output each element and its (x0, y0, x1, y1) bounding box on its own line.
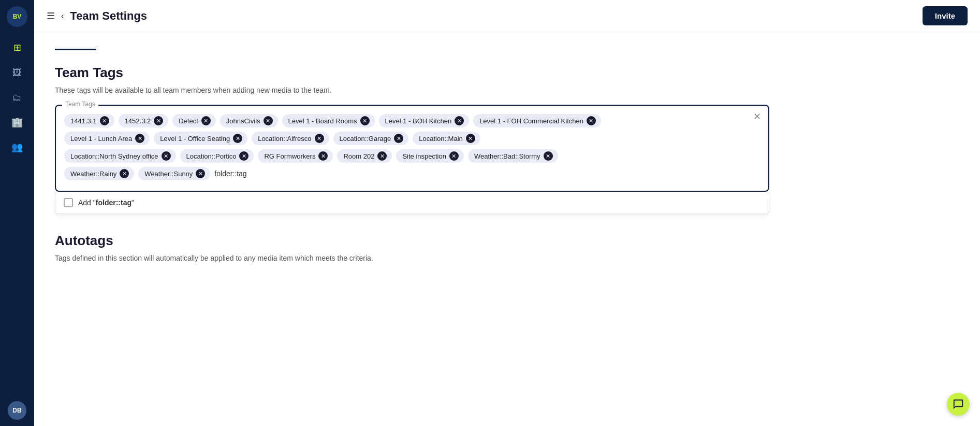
tag-remove-officeseating[interactable]: ✕ (233, 134, 242, 143)
tag-room202: Room 202 ✕ (337, 149, 392, 163)
tag-fohkitchen: Level 1 - FOH Commercial Kitchen ✕ (473, 114, 601, 127)
tags-row-2: Level 1 - Lunch Area ✕ Level 1 - Office … (64, 132, 760, 145)
title-underline (55, 49, 96, 50)
tag-northsydney: Location::North Sydney office ✕ (64, 149, 176, 163)
tag-label: Level 1 - Board Rooms (288, 117, 357, 125)
suggestion-tag-name: folder::tag (96, 198, 131, 207)
tag-input[interactable] (214, 167, 305, 180)
tags-row-1: 1441.3.1 ✕ 1452.3.2 ✕ Defect ✕ JohnsCivi… (64, 114, 760, 127)
autotags-title: Autotags (55, 233, 959, 249)
tag-label: RG Formworkers (264, 152, 315, 160)
tag-siteinspection: Site inspection ✕ (396, 149, 464, 163)
tag-weathersunny: Weather::Sunny ✕ (138, 167, 210, 180)
tag-remove-northsydney[interactable]: ✕ (162, 151, 171, 161)
tag-remove-room202[interactable]: ✕ (377, 151, 387, 161)
sidebar-item-media[interactable]: 🖼 (7, 62, 27, 83)
tag-remove-1452[interactable]: ✕ (154, 116, 163, 125)
tag-1441: 1441.3.1 ✕ (64, 114, 114, 127)
topbar: ☰ ‹ Team Settings Invite (34, 0, 980, 32)
tag-remove-johnscivils[interactable]: ✕ (264, 116, 273, 125)
team-tags-title: Team Tags (55, 65, 959, 81)
tag-remove-garage[interactable]: ✕ (394, 134, 403, 143)
suggestion-text[interactable]: Add "folder::tag" (78, 198, 134, 207)
page-title: Team Settings (70, 9, 916, 23)
back-button[interactable]: ‹ (61, 11, 64, 21)
tag-weatherrainy: Weather::Rainy ✕ (64, 167, 134, 180)
autotags-section: Autotags Tags defined in this section wi… (55, 233, 959, 262)
tag-label: Weather::Rainy (70, 170, 116, 178)
tag-remove-1441[interactable]: ✕ (100, 116, 109, 125)
content-area: Team Tags These tags will be available t… (34, 32, 980, 426)
team-tags-description: These tags will be available to all team… (55, 86, 959, 94)
tag-remove-bohkitchen[interactable]: ✕ (455, 116, 464, 125)
tag-label: Weather::Sunny (144, 170, 193, 178)
tag-remove-weathersunny[interactable]: ✕ (196, 169, 205, 178)
tag-label: Location::Portico (186, 152, 237, 160)
chat-bubble-button[interactable] (947, 393, 970, 416)
sidebar-item-team[interactable]: 👥 (7, 137, 27, 158)
tag-alfresco: Location::Alfresco ✕ (252, 132, 329, 145)
tag-label: Weather::Bad::Stormy (474, 152, 540, 160)
tag-remove-weatherstormy[interactable]: ✕ (544, 151, 553, 161)
tag-main: Location::Main ✕ (413, 132, 480, 145)
tag-portico: Location::Portico ✕ (180, 149, 254, 163)
tag-label: Location::Main (419, 135, 463, 143)
tag-weatherstormy: Weather::Bad::Stormy ✕ (468, 149, 558, 163)
tags-row-4: Weather::Rainy ✕ Weather::Sunny ✕ (64, 167, 760, 180)
tag-remove-defect[interactable]: ✕ (201, 116, 211, 125)
sidebar: BV ⊞ 🖼 🗂 🏢 👥 DB (0, 0, 34, 426)
tag-label: Location::North Sydney office (70, 152, 158, 160)
tag-officeseating: Level 1 - Office Seating ✕ (154, 132, 247, 145)
tag-label: Site inspection (402, 152, 446, 160)
tag-garage: Location::Garage ✕ (333, 132, 409, 145)
tag-1452: 1452.3.2 ✕ (119, 114, 169, 127)
tag-label: Level 1 - FOH Commercial Kitchen (479, 117, 583, 125)
menu-button[interactable]: ☰ (47, 10, 55, 22)
tag-bohkitchen: Level 1 - BOH Kitchen ✕ (379, 114, 470, 127)
logo[interactable]: BV (7, 6, 27, 27)
tags-row-3: Location::North Sydney office ✕ Location… (64, 149, 760, 163)
tag-label: Room 202 (343, 152, 374, 160)
tag-label: Level 1 - Lunch Area (70, 135, 132, 143)
tag-remove-portico[interactable]: ✕ (239, 151, 248, 161)
suggestion-checkbox[interactable] (64, 198, 73, 207)
tag-label: Location::Garage (340, 135, 391, 143)
sidebar-item-dashboard[interactable]: ⊞ (7, 37, 27, 58)
tag-remove-fohkitchen[interactable]: ✕ (587, 116, 596, 125)
logo-text: BV (13, 13, 22, 20)
tags-container: Team Tags ✕ 1441.3.1 ✕ 1452.3.2 ✕ Defect… (55, 105, 769, 192)
tag-label: 1441.3.1 (70, 117, 97, 125)
tag-remove-weatherrainy[interactable]: ✕ (120, 169, 129, 178)
team-tags-section: Team Tags These tags will be available t… (55, 65, 959, 214)
tag-johnscivils: JohnsCivils ✕ (220, 114, 278, 127)
tag-label: Level 1 - BOH Kitchen (385, 117, 452, 125)
tag-remove-alfresco[interactable]: ✕ (315, 134, 324, 143)
tag-label: JohnsCivils (226, 117, 260, 125)
tag-label: Defect (179, 117, 198, 125)
invite-button[interactable]: Invite (923, 6, 968, 25)
tag-label: 1452.3.2 (125, 117, 151, 125)
main-panel: ☰ ‹ Team Settings Invite Team Tags These… (34, 0, 980, 426)
tag-luncharea: Level 1 - Lunch Area ✕ (64, 132, 150, 145)
tag-label: Location::Alfresco (258, 135, 311, 143)
chat-icon (953, 399, 964, 410)
sidebar-bottom: DB (8, 401, 26, 420)
sidebar-item-building[interactable]: 🏢 (7, 112, 27, 133)
sidebar-item-briefcase[interactable]: 🗂 (7, 87, 27, 108)
tags-close-button[interactable]: ✕ (753, 111, 761, 122)
tag-remove-main[interactable]: ✕ (466, 134, 475, 143)
tag-remove-boardrooms[interactable]: ✕ (360, 116, 370, 125)
tag-remove-rgformworkers[interactable]: ✕ (318, 151, 328, 161)
tag-rgformworkers: RG Formworkers ✕ (258, 149, 333, 163)
tags-fieldset-label: Team Tags (62, 101, 98, 108)
user-avatar[interactable]: DB (8, 401, 26, 420)
tag-boardrooms: Level 1 - Board Rooms ✕ (282, 114, 375, 127)
tag-defect: Defect ✕ (172, 114, 216, 127)
tag-label: Level 1 - Office Seating (160, 135, 230, 143)
suggestion-dropdown: Add "folder::tag" (55, 192, 769, 214)
autotags-description: Tags defined in this section will automa… (55, 254, 959, 262)
tag-remove-siteinspection[interactable]: ✕ (449, 151, 459, 161)
tag-remove-luncharea[interactable]: ✕ (135, 134, 144, 143)
